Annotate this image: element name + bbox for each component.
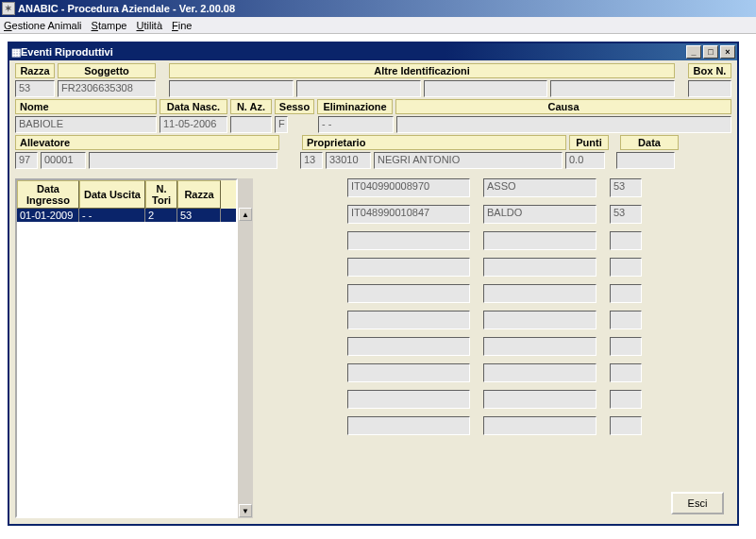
bull-code[interactable]: IT048990010847 xyxy=(347,205,470,224)
bull-name[interactable] xyxy=(483,258,596,277)
list-row: IT048990010847 BALDO 53 xyxy=(347,205,642,224)
label-box-n: Box N. xyxy=(688,63,731,78)
menu-stampe[interactable]: Stampe xyxy=(92,20,127,31)
bull-code[interactable] xyxy=(347,258,470,277)
bull-name[interactable]: BALDO xyxy=(483,205,596,224)
close-button[interactable]: × xyxy=(720,45,735,59)
grid-cell-ingresso: 01-01-2009 xyxy=(17,209,79,222)
label-punti: Punti xyxy=(569,135,609,150)
grid-header-razza[interactable]: Razza xyxy=(177,180,221,209)
field-altre-3[interactable] xyxy=(424,80,548,97)
bull-name[interactable] xyxy=(483,311,596,329)
app-titlebar: ✶ ANABIC - Procedura Aziendale - Ver. 2.… xyxy=(0,0,756,17)
bull-rz[interactable]: 53 xyxy=(610,178,642,197)
app-icon: ✶ xyxy=(2,2,15,15)
field-n-az[interactable] xyxy=(230,116,272,133)
scroll-up-icon[interactable]: ▲ xyxy=(239,208,252,221)
bull-rz[interactable]: 53 xyxy=(610,205,642,224)
bull-rz[interactable] xyxy=(610,284,642,303)
bull-code[interactable] xyxy=(347,363,470,382)
field-box-n[interactable] xyxy=(688,80,731,97)
label-eliminazione: Eliminazione xyxy=(317,99,393,114)
esci-button[interactable]: Esci xyxy=(671,492,724,514)
grid-cell-uscita: - - xyxy=(79,209,145,222)
bull-code[interactable] xyxy=(347,337,470,356)
label-data: Data xyxy=(620,135,679,150)
bull-code[interactable] xyxy=(347,284,470,303)
field-razza[interactable]: 53 xyxy=(15,80,55,97)
minimize-button[interactable]: _ xyxy=(686,45,701,59)
list-row xyxy=(347,284,642,303)
menu-gestione[interactable]: GGestione Animaliestione Animali xyxy=(4,20,82,31)
field-soggetto[interactable]: FR2306635308 xyxy=(58,80,156,97)
grid-header-ntori[interactable]: N. Tori xyxy=(145,180,177,209)
bull-name[interactable] xyxy=(483,363,596,382)
field-prop-cod2[interactable]: 33010 xyxy=(326,152,371,169)
field-allev-cod1[interactable]: 97 xyxy=(15,152,38,169)
label-n-az: N. Az. xyxy=(230,99,272,114)
bull-rz[interactable] xyxy=(610,231,642,250)
bull-code[interactable] xyxy=(347,231,470,250)
bull-rz[interactable] xyxy=(610,258,642,277)
bull-rz[interactable] xyxy=(610,390,642,409)
field-altre-1[interactable] xyxy=(169,80,294,97)
bull-name[interactable] xyxy=(483,416,596,435)
list-row: IT040990008970 ASSO 53 xyxy=(347,178,642,197)
events-grid[interactable]: Data Ingresso Data Uscita N. Tori Razza … xyxy=(15,178,238,518)
field-nome[interactable]: BABIOLE xyxy=(15,116,157,133)
workarea: ▦ Eventi Riproduttivi _ □ × Razza Sogget… xyxy=(0,34,756,539)
grid-row-selected[interactable]: 01-01-2009 - - 2 53 xyxy=(17,209,236,222)
label-soggetto: Soggetto xyxy=(58,63,156,78)
list-row xyxy=(347,416,642,435)
label-altre-id: Altre Identificazioni xyxy=(169,63,675,78)
bull-name[interactable]: ASSO xyxy=(483,178,596,197)
label-sesso: Sesso xyxy=(275,99,314,114)
bull-rz[interactable] xyxy=(610,311,642,329)
bull-name[interactable] xyxy=(483,284,596,303)
bull-code[interactable] xyxy=(347,390,470,409)
bull-name[interactable] xyxy=(483,390,596,409)
field-data[interactable] xyxy=(616,152,675,169)
field-prop-nome[interactable]: NEGRI ANTONIO xyxy=(374,152,563,169)
field-prop-cod1[interactable]: 13 xyxy=(300,152,323,169)
list-row xyxy=(347,258,642,277)
field-sesso[interactable]: F xyxy=(275,116,288,133)
label-razza: Razza xyxy=(15,63,55,78)
field-data-nasc[interactable]: 11-05-2006 xyxy=(160,116,227,133)
list-row xyxy=(347,363,642,382)
scroll-down-icon[interactable]: ▼ xyxy=(239,504,252,517)
bull-code[interactable] xyxy=(347,416,470,435)
field-causa[interactable] xyxy=(396,116,731,133)
field-punti[interactable]: 0.0 xyxy=(565,152,605,169)
bull-name[interactable] xyxy=(483,337,596,356)
list-row xyxy=(347,390,642,409)
field-allev-nome[interactable] xyxy=(89,152,277,169)
bull-code[interactable]: IT040990008970 xyxy=(347,178,470,197)
esci-label: Esci xyxy=(688,497,708,509)
field-allev-cod2[interactable]: 00001 xyxy=(41,152,86,169)
bulls-list: IT040990008970 ASSO 53 IT048990010847 BA… xyxy=(347,178,642,518)
label-data-nasc: Data Nasc. xyxy=(160,99,227,114)
mdi-icon: ▦ xyxy=(11,46,21,59)
grid-header-ingresso[interactable]: Data Ingresso xyxy=(17,180,79,209)
label-causa: Causa xyxy=(395,99,731,114)
bull-code[interactable] xyxy=(347,311,470,329)
menu-fine[interactable]: Fine xyxy=(172,20,192,31)
bull-name[interactable] xyxy=(483,231,596,250)
bull-rz[interactable] xyxy=(610,416,642,435)
grid-cell-razza: 53 xyxy=(177,209,221,222)
grid-header-uscita[interactable]: Data Uscita xyxy=(79,180,145,209)
menu-utilita[interactable]: Utilità xyxy=(136,20,162,31)
menubar: GGestione Animaliestione Animali Stampe … xyxy=(0,17,756,34)
field-altre-2[interactable] xyxy=(296,80,421,97)
label-nome: Nome xyxy=(15,99,157,114)
grid-scrollbar[interactable]: ▲ ▼ xyxy=(238,178,253,518)
label-proprietario: Proprietario xyxy=(302,135,566,150)
maximize-button[interactable]: □ xyxy=(703,45,718,59)
list-row xyxy=(347,311,642,329)
bull-rz[interactable] xyxy=(610,337,642,356)
field-altre-4[interactable] xyxy=(550,80,675,97)
field-eliminazione[interactable]: - - xyxy=(318,116,394,133)
bull-rz[interactable] xyxy=(610,363,642,382)
list-row xyxy=(347,231,642,250)
